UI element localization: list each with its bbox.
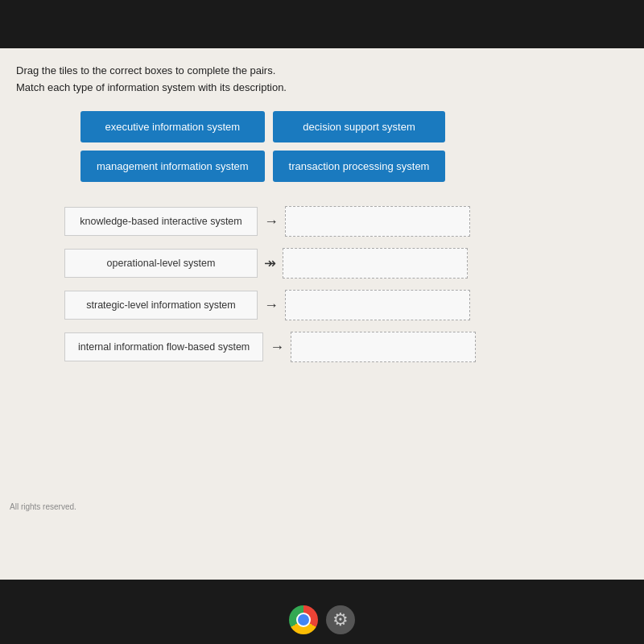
bottom-taskbar: ⚙ (0, 580, 644, 644)
match-label-4: internal information flow-based system (64, 332, 263, 361)
drop-box-3[interactable] (285, 290, 470, 320)
tile-eis[interactable]: executive information system (80, 111, 265, 142)
right-tiles-column: decision support system transaction proc… (273, 111, 446, 182)
chrome-icon[interactable] (289, 605, 318, 634)
match-row-3: strategic-level information system → (64, 290, 620, 320)
drop-box-2[interactable] (283, 248, 468, 279)
tile-mis[interactable]: management information system (80, 151, 265, 182)
match-instruction: Match each type of information system wi… (16, 81, 620, 93)
matching-section: knowledge-based interactive system → ope… (16, 206, 620, 362)
match-label-1: knowledge-based interactive system (64, 207, 258, 236)
match-row-2: operational-level system ↠ (64, 248, 620, 279)
main-content: Drag the tiles to the correct boxes to c… (0, 48, 644, 580)
tile-dss[interactable]: decision support system (273, 111, 446, 142)
match-label-2: operational-level system (64, 249, 258, 278)
match-row-1: knowledge-based interactive system → (64, 206, 620, 237)
drop-box-1[interactable] (285, 206, 470, 237)
arrow-1: → (264, 213, 279, 230)
match-row-4: internal information flow-based system → (64, 332, 620, 362)
drag-instruction: Drag the tiles to the correct boxes to c… (16, 64, 620, 76)
tile-tps[interactable]: transaction processing system (273, 151, 446, 182)
left-tiles-column: executive information system management … (80, 111, 265, 182)
settings-icon[interactable]: ⚙ (326, 605, 355, 634)
arrow-2: ↠ (264, 254, 276, 272)
arrow-3: → (264, 297, 279, 314)
tiles-section: executive information system management … (16, 111, 620, 182)
arrow-4: → (270, 339, 284, 356)
footer-rights: All rights reserved. (10, 502, 76, 511)
top-bar (0, 0, 644, 48)
drop-box-4[interactable] (291, 332, 476, 362)
match-label-3: strategic-level information system (64, 291, 258, 320)
